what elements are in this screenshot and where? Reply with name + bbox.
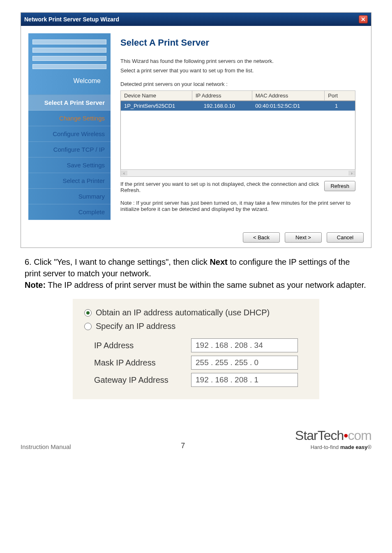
sidebar-logo: Welcome [28, 33, 111, 95]
device-list-body[interactable]: 1P_PrintServ525CD1 192.168.0.10 00:40:01… [120, 101, 355, 170]
footer-left: Instruction Manual [21, 443, 71, 450]
wizard-main: Select A Print Server This Wizard has fo… [111, 33, 364, 220]
dialog-title: Network Print Server Setup Wizard [24, 16, 119, 23]
sidebar-step-complete[interactable]: Complete [28, 204, 111, 220]
sidebar-step-select-server[interactable]: Select A Print Server [28, 95, 111, 111]
ip-address-field[interactable]: 192 . 168 . 208 . 34 [191, 338, 298, 352]
page-footer: Instruction Manual 7 StarTech•com Hard-t… [0, 424, 392, 463]
brand-suffix: com [348, 428, 371, 443]
sidebar-step-select-printer[interactable]: Select a Printer [28, 173, 111, 189]
sidebar-step-configure-wireless[interactable]: Configure Wireless [28, 126, 111, 142]
detected-label: Detected print servers on your local net… [120, 81, 355, 87]
mask-address-label: Mask IP Address [84, 358, 191, 368]
intro-line1: This Wizard has found the following prin… [120, 58, 355, 64]
col-device[interactable]: Device Name [121, 91, 192, 101]
ip-address-label: IP Address [84, 341, 191, 350]
sidebar-welcome: Welcome [32, 77, 106, 89]
sidebar-step-summary[interactable]: Summary [28, 189, 111, 204]
col-mac[interactable]: MAC Address [252, 91, 325, 101]
brand-name: StarTech [295, 428, 344, 443]
step-note-text: The IP address of print server must be w… [46, 280, 366, 289]
radio-static-label: Specify an IP address [96, 322, 175, 331]
cancel-button[interactable]: Cancel [327, 232, 364, 243]
cell-mac: 00:40:01:52:5C:D1 [252, 101, 332, 111]
registered-icon: ® [367, 444, 371, 450]
radio-dhcp-label: Obtain an IP address automatically (use … [96, 308, 270, 317]
main-heading: Select A Print Server [120, 37, 355, 48]
intro-line2: Select a print server that you want to s… [120, 67, 355, 74]
sidebar-step-save-settings[interactable]: Save Settings [28, 157, 111, 173]
step-note-label: Note: [25, 280, 46, 289]
step-number: 6. [25, 257, 32, 266]
titlebar: Network Print Server Setup Wizard ✕ [21, 13, 371, 26]
device-table: Device Name IP Address MAC Address Port … [120, 90, 355, 177]
wizard-sidebar: Welcome Select A Print Server Change Set… [28, 33, 111, 220]
device-row[interactable]: 1P_PrintServ525CD1 192.168.0.10 00:40:01… [121, 101, 355, 111]
close-icon[interactable]: ✕ [359, 15, 368, 23]
wizard-buttons: < Back Next > Cancel [21, 227, 371, 248]
radio-dhcp-row[interactable]: Obtain an IP address automatically (use … [84, 308, 308, 317]
tagline-b: made easy [340, 444, 368, 450]
wizard-dialog: Network Print Server Setup Wizard ✕ Welc… [21, 12, 371, 248]
radio-static[interactable] [84, 323, 92, 330]
tagline-a: Hard-to-find [311, 444, 340, 450]
refresh-button[interactable]: Refresh [324, 181, 355, 191]
col-port[interactable]: Port [325, 91, 355, 101]
footer-page-number: 7 [181, 442, 185, 450]
scroll-right-icon[interactable]: › [348, 171, 355, 176]
step-text-a: Click "Yes, I want to change settings", … [34, 257, 210, 266]
col-ip[interactable]: IP Address [192, 91, 252, 101]
sidebar-step-change-settings[interactable]: Change Settings [28, 111, 111, 126]
horizontal-scrollbar[interactable]: ‹› [120, 169, 355, 177]
brand-dot-icon: • [344, 428, 348, 443]
scroll-left-icon[interactable]: ‹ [121, 171, 127, 176]
footer-brand: StarTech•com Hard-to-find made easy® [295, 428, 371, 450]
gateway-address-field[interactable]: 192 . 168 . 208 . 1 [191, 373, 298, 387]
note-text: Note : If your print server has just bee… [120, 200, 355, 212]
cell-device: 1P_PrintServ525CD1 [121, 101, 201, 111]
mask-address-field[interactable]: 255 . 255 . 255 . 0 [191, 356, 298, 370]
cell-port: 1 [332, 101, 355, 111]
back-button[interactable]: < Back [243, 232, 280, 243]
instruction-step-6: 6. Click "Yes, I want to change settings… [25, 256, 367, 291]
ip-settings-box: Obtain an IP address automatically (use … [73, 299, 319, 399]
radio-dhcp[interactable] [84, 309, 92, 317]
next-button[interactable]: Next > [285, 232, 322, 243]
gateway-address-label: Gateway IP Address [84, 375, 191, 385]
step-bold-next: Next [210, 257, 227, 266]
radio-static-row[interactable]: Specify an IP address [84, 322, 308, 331]
cell-ip: 192.168.0.10 [201, 101, 252, 111]
help-text: If the print server you want to set up i… [120, 181, 319, 193]
sidebar-step-configure-tcpip[interactable]: Configure TCP / IP [28, 142, 111, 157]
